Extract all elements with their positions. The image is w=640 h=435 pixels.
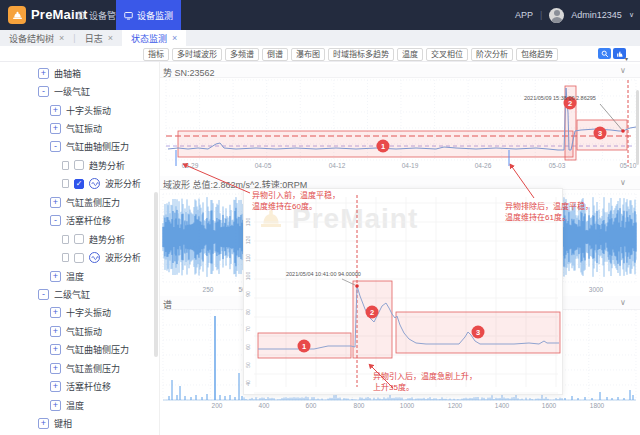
toolbar-button[interactable]: 温度 <box>397 48 423 61</box>
tree-branch-item[interactable]: +气缸盖侧压力 <box>0 193 160 211</box>
nav-item-device-monitoring[interactable]: 设备监测 <box>116 0 181 30</box>
trend-chart[interactable]: 123 <box>162 78 638 170</box>
expand-icon[interactable]: + <box>50 344 61 355</box>
axis-tick-label: 1600 <box>542 402 556 409</box>
axis-tick-label: 250 <box>203 286 214 293</box>
tree-item-label: 气缸曲轴侧压力 <box>66 343 129 356</box>
helmet-icon <box>11 9 24 22</box>
collapse-icon[interactable]: - <box>38 86 49 97</box>
app-link[interactable]: APP <box>515 10 533 20</box>
close-icon[interactable]: × <box>59 33 64 43</box>
toolbar-button[interactable]: 时域指标多趋势 <box>328 48 394 61</box>
axis-tick-label: 05-03 <box>549 162 566 169</box>
expand-icon[interactable]: + <box>50 307 61 318</box>
trend-x-axis: 03-2904-0504-1204-1904-2605-0305-10 <box>160 162 640 172</box>
search-button[interactable] <box>598 48 611 59</box>
tab-bar: 设备结构树 × | 日志 × 状态监测 × <box>0 30 640 46</box>
expand-icon[interactable]: + <box>50 123 61 134</box>
axis-tick-label: 03-29 <box>182 162 199 169</box>
main-scrollbar[interactable] <box>636 90 639 165</box>
tree-leaf-item[interactable]: 波形分析 <box>0 248 160 266</box>
axis-tick-label: 1200 <box>448 402 462 409</box>
tree-branch-item[interactable]: +气缸振动 <box>0 322 160 340</box>
tree-branch-item[interactable]: +键相 <box>0 414 160 432</box>
region-badge: 1 <box>302 342 306 351</box>
document-icon <box>62 161 69 170</box>
toolbar-button[interactable]: 指标 <box>143 48 169 61</box>
tree-item-label: 温度 <box>66 270 84 283</box>
collapse-icon[interactable]: - <box>50 141 61 152</box>
chevron-down-icon[interactable]: ∨ <box>620 66 626 75</box>
chevron-down-icon[interactable]: ∨ <box>620 178 626 187</box>
expand-icon[interactable]: + <box>50 363 61 374</box>
tree-branch-item[interactable]: +气缸曲轴侧压力 <box>0 341 160 359</box>
tree-item-label: 气缸盖侧压力 <box>66 362 120 375</box>
tree-leaf-item[interactable]: ✓波形分析 <box>0 175 160 193</box>
tree-branch-item[interactable]: -二级气缸 <box>0 285 160 303</box>
tab-status-monitoring[interactable]: 状态监测 × <box>122 30 186 46</box>
tree-branch-item[interactable]: +温度 <box>0 396 160 414</box>
toolbar-button[interactable]: 包络趋势 <box>516 48 558 61</box>
expand-icon[interactable]: + <box>38 68 49 79</box>
caret-down-icon[interactable]: ▾ <box>625 55 628 62</box>
toolbar-button[interactable]: 多频谱 <box>225 48 259 61</box>
tree-branch-item[interactable]: +温度 <box>0 267 160 285</box>
annotation-line: 温度维持在60度。 <box>252 201 340 212</box>
chevron-down-icon[interactable]: ∨ <box>620 298 626 307</box>
premaint-logo-icon[interactable] <box>8 6 26 24</box>
checkbox[interactable]: ✓ <box>74 179 84 189</box>
axis-tick-label: 1000 <box>400 402 414 409</box>
tree-branch-item[interactable]: +曲轴箱 <box>0 64 160 82</box>
expand-icon[interactable]: + <box>50 400 61 411</box>
document-icon <box>62 253 69 262</box>
tab-log[interactable]: 日志 × <box>76 30 122 46</box>
tab-device-tree[interactable]: 设备结构树 × <box>0 30 73 46</box>
checkbox[interactable] <box>74 160 84 170</box>
toolbar-button[interactable]: 倒谱 <box>262 48 288 61</box>
annotation-line: 温度维持在61度。 <box>505 212 593 223</box>
close-icon[interactable]: × <box>172 33 177 43</box>
close-icon[interactable]: × <box>108 33 113 43</box>
tree-branch-item[interactable]: -一级气缸 <box>0 82 160 100</box>
toolbar-button[interactable]: 交叉相位 <box>426 48 468 61</box>
user-avatar[interactable] <box>549 8 564 23</box>
tree-branch-item[interactable]: -气缸曲轴侧压力 <box>0 138 160 156</box>
toolbar-button[interactable]: 瀑布图 <box>291 48 325 61</box>
tree-item-label: 趋势分析 <box>89 159 125 172</box>
axis-tick-label: 1400 <box>495 402 509 409</box>
toolbar-button[interactable]: 多时域波形 <box>172 48 222 61</box>
collapse-icon[interactable]: - <box>50 215 61 226</box>
tree-branch-item[interactable]: +十字头振动 <box>0 101 160 119</box>
checkbox[interactable] <box>74 253 84 263</box>
expand-icon[interactable]: + <box>50 271 61 282</box>
tree-item-label: 键相 <box>54 417 72 430</box>
tree-branch-item[interactable]: +活塞杆位移 <box>0 377 160 395</box>
app-window: PreMaint 设备管理 设备监测 APP | Admin12345 ∨ 设备… <box>0 0 640 435</box>
tree-branch-item[interactable]: +气缸振动 <box>0 119 160 137</box>
document-icon <box>62 179 69 188</box>
tree-leaf-item[interactable]: 趋势分析 <box>0 230 160 248</box>
expand-icon[interactable]: + <box>50 381 61 392</box>
collapse-icon[interactable]: - <box>38 289 49 300</box>
sidebar-scrollbar[interactable] <box>154 192 158 357</box>
expand-icon[interactable]: + <box>50 105 61 116</box>
expand-icon[interactable]: + <box>50 197 61 208</box>
expand-icon[interactable]: + <box>38 418 49 429</box>
chevron-down-icon[interactable]: ∨ <box>629 11 634 19</box>
toolbar-button[interactable]: 阶次分析 <box>471 48 513 61</box>
search-icon <box>601 50 609 58</box>
tree-item-label: 曲轴箱 <box>54 67 81 80</box>
tree-branch-item[interactable]: -活塞杆位移 <box>0 212 160 230</box>
tree-item-label: 气缸振动 <box>66 325 102 338</box>
tree-branch-item[interactable]: +气缸盖侧压力 <box>0 359 160 377</box>
tree-branch-item[interactable]: +十字头振动 <box>0 304 160 322</box>
axis-tick-label: 04-12 <box>329 162 346 169</box>
tree-item-label: 气缸振动 <box>66 122 102 135</box>
username[interactable]: Admin12345 <box>571 10 622 20</box>
axis-tick-label: 600 <box>306 402 317 409</box>
checkbox[interactable] <box>74 234 84 244</box>
expand-icon[interactable]: + <box>50 326 61 337</box>
tree-leaf-item[interactable]: 趋势分析 <box>0 156 160 174</box>
axis-tick-label: 400 <box>259 402 270 409</box>
monitor-icon <box>124 11 133 20</box>
